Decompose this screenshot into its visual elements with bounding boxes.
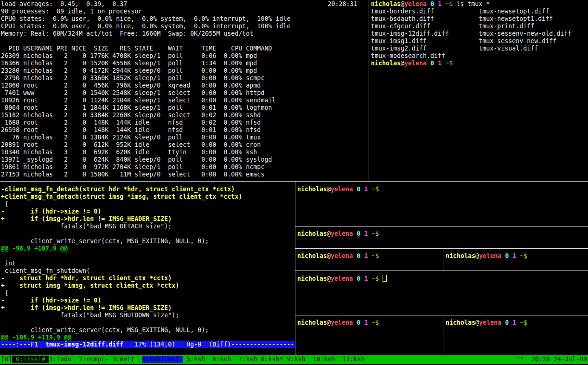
pane-border-h4 [295,271,588,271]
prompt-user: nicholas [297,230,327,237]
top-output-text: load averages: 0.45, 0.39, 0.37 20:28:31… [1,0,367,178]
prompt-cwd: ~ [371,186,375,193]
emacs-buffer-text: -client_msg_fn_detach(struct hdr *hdr, s… [1,186,294,341]
ls-output-text: nicholas@yelena 0 1 ~$ ls tmux-* tmux-bo… [371,0,587,67]
diff-line: client_write_server(cctx, MSG_EXITING, N… [1,327,209,334]
prompt-user: nicholas [297,252,327,259]
prompt-shlvl: 1 [438,0,441,7]
pane-shell-g[interactable]: nicholas@yelena 0 1 ~$ [446,319,527,327]
diff-line: + if (imsg->hdr.len != IMSG_HEADER_SIZE) [1,304,172,311]
status-window-list: 0:irssi# 1:todo 2:ncmpc- 3:mutt 4:ssh[cv… [12,356,365,363]
prompt-at: @ [327,319,331,326]
text-run [368,252,371,259]
pane-border-v3 [443,249,443,271]
status-clock: "" 20:28 24-Jul-09 [517,356,587,363]
prompt-host: yelena [404,60,427,67]
text-run [353,186,357,193]
prompt-symbol: $ [524,252,527,259]
text-run [360,230,364,237]
prompt-host: yelena [331,252,353,259]
pane-shell-ls[interactable]: nicholas@yelena 0 1 ~$ ls tmux-* tmux-bo… [371,0,587,178]
pane-shell-c[interactable]: nicholas@yelena 0 1 ~$ [297,252,379,260]
text-run [368,230,371,237]
status-bar: [0] 0:irssi# 1:todo 2:ncmpc- 3:mutt 4:ss… [0,355,588,364]
text-run [360,275,364,282]
prompt-shlvl: 1 [438,60,441,67]
shell-command: ls tmux-* [453,0,490,7]
pane-border-h5 [295,315,588,315]
text-run [360,186,364,193]
diff-line: { [1,289,8,296]
prompt-cwd: ~ [520,252,524,259]
pane-shell-f[interactable]: nicholas@yelena 0 1 ~$ [297,319,379,327]
text-run [434,0,438,7]
diff-line: client_msg_fn_shutdown( [1,267,90,274]
prompt-histnum: 0 [357,275,360,282]
prompt-histnum: 0 [505,319,509,326]
prompt-shlvl: 1 [512,319,516,326]
prompt-host: yelena [404,0,427,7]
status-window-segment[interactable]: 4:ssh[cvs] [142,356,183,363]
diff-line: @@ -108,9 +119,9 @@ [1,334,71,341]
status-window-segment[interactable]: 1:todo 2:ncmpc- 3:mutt [49,356,142,363]
prompt-user: nicholas [371,60,401,67]
diff-line: int [1,260,16,267]
prompt-at: @ [401,0,404,7]
text-run [368,186,371,193]
text-run [427,0,430,7]
prompt-symbol: $ [375,186,379,193]
prompt-symbol: $ [375,275,379,282]
prompt-user: nicholas [297,275,327,282]
prompt-shlvl: 1 [364,319,368,326]
pane-border-h3 [295,248,588,249]
prompt-cwd: ~ [371,230,375,237]
prompt-host: yelena [331,186,353,193]
diff-line: fatalx("bad MSG_SHUTDOWN size"); [1,312,179,319]
status-window-segment[interactable]: 9:ksh 10:ksh 11:ksh [283,356,364,363]
terminal-cursor [383,275,387,282]
prompt-at: @ [327,275,331,282]
text-run [360,319,364,326]
text-run [353,319,357,326]
text-run [353,230,357,237]
pane-shell-b[interactable]: nicholas@yelena 0 1 ~$ [297,230,379,238]
prompt-host: yelena [331,275,353,282]
prompt-host: yelena [479,252,501,259]
diff-line: fatalx("bad MSG_DETACH size"); [1,223,172,230]
pane-emacs[interactable]: -client_msg_fn_detach(struct hdr *hdr, s… [1,186,294,341]
prompt-shlvl: 1 [364,186,368,193]
text-run [360,252,364,259]
pane-shell-d[interactable]: nicholas@yelena 0 1 ~$ [446,252,527,260]
diff-line: client_write_server(cctx, MSG_EXITING, N… [1,238,209,245]
tmux-screen: load averages: 0.45, 0.39, 0.37 20:28:31… [0,0,588,365]
prompt-symbol: $ [524,319,527,326]
diff-line: +client_msg_fn_detach(struct imsg *imsg,… [1,193,242,200]
modeline-prefix: ----:---F1 [1,341,45,348]
text-run [516,252,520,259]
diff-line: { [1,201,8,208]
pane-border-h2 [295,226,588,227]
prompt-histnum: 0 [357,252,360,259]
pane-border-bottom-vertical [295,182,295,355]
prompt-at: @ [327,230,331,237]
status-window-segment[interactable]: 0:irssi# [12,356,49,363]
emacs-modeline: ----:---F1 tmux-imsg-12diff.diff 17% (13… [0,341,295,348]
diff-line: @@ -96,9 +107,9 @@ [1,245,68,252]
pane-shell-a[interactable]: nicholas@yelena 0 1 ~$ [297,186,379,193]
status-session-name: [0] [1,356,12,363]
diff-line: + struct imsg *imsg, struct client_ctx *… [1,282,179,289]
prompt-symbol: $ [375,319,379,326]
prompt-host: yelena [331,230,353,237]
ls-file-list: tmux-borders.diff tmux-newsetopt.diff tm… [371,8,571,59]
pane-shell-e-active[interactable]: nicholas@yelena 0 1 ~$ [297,275,387,283]
prompt-shlvl: 1 [364,275,368,282]
prompt-histnum: 0 [357,230,360,237]
text-run [368,319,371,326]
status-window-segment[interactable]: 8:ksh* [261,356,283,363]
prompt-host: yelena [331,319,353,326]
prompt-symbol: $ [375,252,379,259]
prompt-user: nicholas [446,252,475,259]
status-window-segment[interactable]: 5:ksh 6:ksh 7:ksh [183,356,261,363]
text-run [501,319,505,326]
pane-top-output[interactable]: load averages: 0.45, 0.39, 0.37 20:28:31… [1,0,367,178]
